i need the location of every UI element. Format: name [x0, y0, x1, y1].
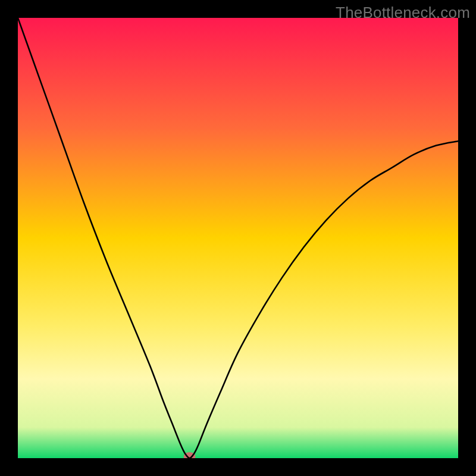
- chart-svg: [18, 18, 458, 458]
- gradient-background: [18, 18, 458, 458]
- plot-area: [18, 18, 458, 458]
- outer-black-frame: TheBottleneck.com: [0, 0, 476, 476]
